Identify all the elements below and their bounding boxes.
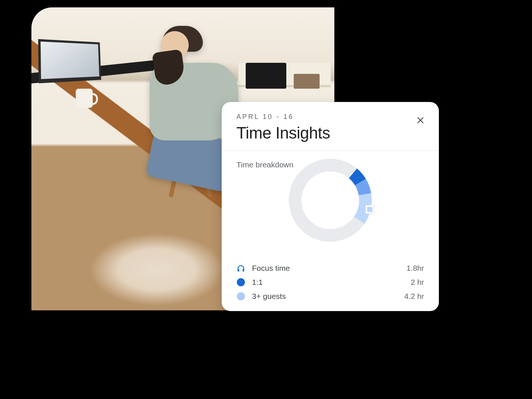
legend-dot <box>237 278 245 286</box>
time-breakdown-donut <box>285 155 375 245</box>
donut-slice-highlight <box>366 205 374 214</box>
dot-icon <box>236 278 245 287</box>
date-range: APRL 10 - 16 <box>236 113 424 121</box>
time-insights-card: APRL 10 - 16 Time Insights Time breakdow… <box>222 102 439 311</box>
legend-row-one-on-one[interactable]: 1:1 2 hr <box>236 278 424 287</box>
legend-dot <box>237 292 245 300</box>
headphones-icon <box>236 264 245 273</box>
legend-row-three-plus-guests[interactable]: 3+ guests 4.2 hr <box>236 292 424 301</box>
legend-value: 2 hr <box>411 278 424 287</box>
card-title: Time Insights <box>236 124 424 142</box>
legend-label: 1:1 <box>252 278 404 287</box>
legend-value: 1.8hr <box>406 264 424 273</box>
close-button[interactable] <box>413 112 428 127</box>
card-header: APRL 10 - 16 Time Insights <box>222 102 439 150</box>
legend-label: Focus time <box>252 264 400 273</box>
legend-row-focus-time[interactable]: Focus time 1.8hr <box>236 264 424 273</box>
legend: Focus time 1.8hr 1:1 2 hr 3+ guests 4.2 … <box>236 264 424 301</box>
stage: APRL 10 - 16 Time Insights Time breakdow… <box>0 0 532 399</box>
card-body: Time breakdown Focus time 1.8hr <box>222 151 439 301</box>
legend-label: 3+ guests <box>252 292 398 301</box>
svg-rect-0 <box>238 269 239 272</box>
svg-rect-1 <box>243 269 245 272</box>
close-icon <box>416 115 425 125</box>
photo-laptop <box>38 39 101 83</box>
dot-icon <box>236 292 245 301</box>
legend-value: 4.2 hr <box>404 292 424 301</box>
photo-mug <box>76 89 93 108</box>
